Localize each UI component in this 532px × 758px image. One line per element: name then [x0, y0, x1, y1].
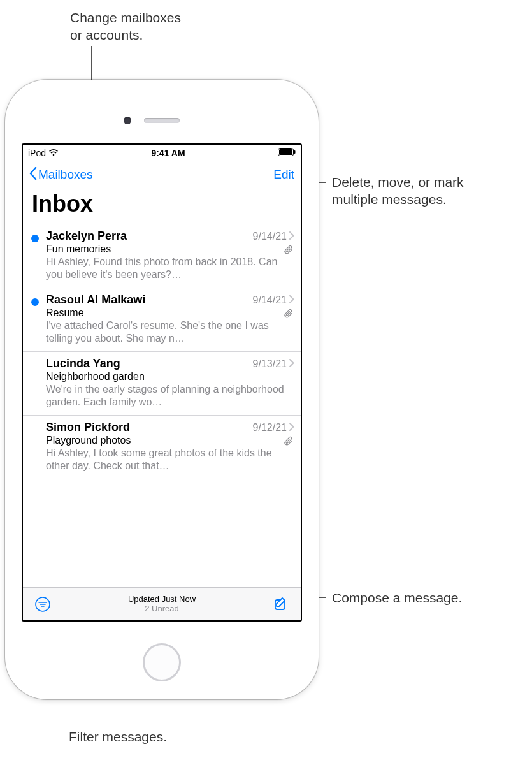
preview-label: Hi Ashley, Found this photo from back in… [46, 256, 294, 281]
chevron-right-icon [289, 295, 294, 306]
status-bar: iPod 9:41 AM [23, 145, 301, 161]
subject-label: Fun memories [46, 244, 294, 255]
carrier-label: iPod [28, 148, 46, 158]
toolbar-status-line2: 2 Unread [23, 604, 301, 614]
chevron-right-icon [289, 422, 294, 434]
chevron-right-icon [289, 358, 294, 370]
device-frame: iPod 9:41 AM Mailboxes Edit [5, 80, 319, 699]
home-button[interactable] [143, 643, 181, 681]
back-label: Mailboxes [38, 168, 93, 182]
callout-filter: Filter messages. [69, 728, 167, 745]
unread-dot-icon [31, 235, 39, 242]
callout-edit: Delete, move, or mark multiple messages. [332, 173, 464, 208]
date-label: 9/14/21 [253, 295, 287, 306]
chevron-left-icon [29, 167, 37, 183]
date-label: 9/14/21 [253, 231, 287, 242]
screen: iPod 9:41 AM Mailboxes Edit [22, 143, 302, 622]
edit-button[interactable]: Edit [273, 168, 294, 182]
subject-label: Neighborhood garden [46, 371, 294, 383]
speaker-grille [144, 118, 180, 123]
preview-label: Hi Ashley, I took some great photos of t… [46, 447, 294, 472]
paperclip-icon [284, 436, 293, 449]
sender-label: Rasoul Al Malkawi [46, 293, 145, 307]
callout-mailboxes: Change mailboxes or accounts. [70, 9, 181, 44]
preview-label: We're in the early stages of planning a … [46, 383, 294, 409]
svg-rect-1 [279, 149, 292, 155]
filter-button[interactable] [33, 595, 52, 614]
chevron-right-icon [289, 231, 294, 242]
status-time: 9:41 AM [151, 148, 185, 158]
message-row[interactable]: Rasoul Al Malkawi 9/14/21 Resume I've at… [23, 288, 301, 352]
nav-bar: Mailboxes Edit [23, 161, 301, 188]
sender-label: Lucinda Yang [46, 357, 120, 370]
sender-label: Jackelyn Perra [46, 230, 127, 243]
toolbar: Updated Just Now 2 Unread [23, 587, 301, 620]
date-label: 9/13/21 [253, 358, 287, 370]
list-fade [23, 576, 301, 587]
compose-button[interactable] [271, 595, 291, 614]
unread-dot-icon [31, 298, 39, 306]
camera-dot [124, 117, 131, 124]
message-row[interactable]: Jackelyn Perra 9/14/21 Fun memories Hi A… [23, 224, 301, 288]
toolbar-status: Updated Just Now 2 Unread [23, 595, 301, 614]
svg-rect-2 [294, 150, 295, 154]
wifi-icon [48, 148, 59, 158]
sender-label: Simon Pickford [46, 421, 130, 434]
subject-label: Resume [46, 307, 294, 319]
message-row[interactable]: Lucinda Yang 9/13/21 Neighborhood garden… [23, 352, 301, 416]
preview-label: I've attached Carol's resume. She's the … [46, 319, 294, 345]
page-title: Inbox [23, 188, 301, 224]
callout-compose: Compose a message. [332, 589, 462, 606]
paperclip-icon [284, 245, 293, 258]
subject-label: Playground photos [46, 435, 294, 446]
toolbar-status-line1: Updated Just Now [23, 595, 301, 604]
paperclip-icon [284, 309, 293, 321]
back-button[interactable]: Mailboxes [29, 167, 93, 183]
battery-icon [278, 148, 296, 158]
message-list[interactable]: Jackelyn Perra 9/14/21 Fun memories Hi A… [23, 224, 301, 587]
message-row[interactable]: Simon Pickford 9/12/21 Playground photos… [23, 416, 301, 479]
date-label: 9/12/21 [253, 422, 287, 434]
